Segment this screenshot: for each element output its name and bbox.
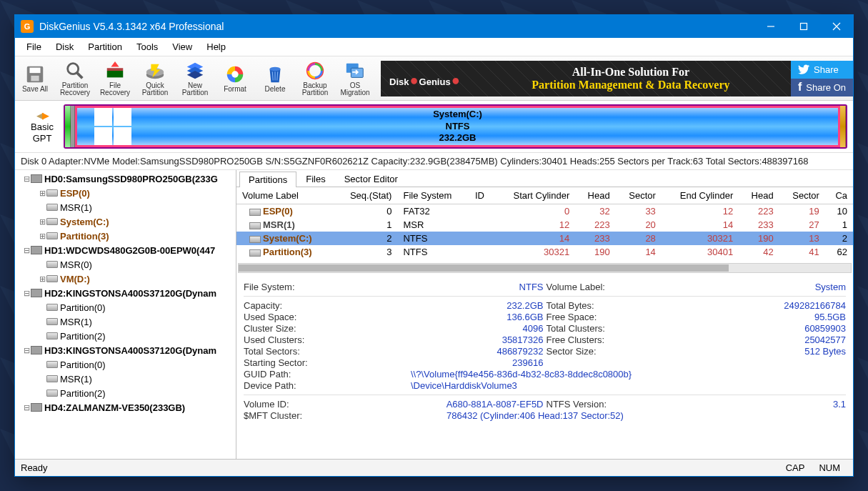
menu-tools[interactable]: Tools: [129, 39, 165, 54]
maximize-button[interactable]: [787, 15, 820, 38]
tree-item[interactable]: ⊟HD4:ZALMANZM-VE350(233GB): [15, 400, 236, 415]
disk-nav-control[interactable]: ◀▶ Basic GPT: [21, 109, 64, 144]
minimize-button[interactable]: [754, 15, 787, 38]
backup-icon: [304, 60, 326, 81]
app-icon: G: [21, 20, 34, 33]
os-migration-button[interactable]: OS Migration: [335, 58, 375, 99]
tree-item[interactable]: Partition(0): [15, 300, 236, 314]
tree-item[interactable]: Partition(0): [15, 357, 236, 372]
tree-item[interactable]: MSR(1): [15, 314, 236, 329]
partition-segment-system[interactable]: System(C:) NTFS 232.2GB: [75, 106, 840, 147]
tree-item[interactable]: Partition(2): [15, 329, 236, 343]
file-recovery-button[interactable]: File Recovery: [95, 58, 135, 99]
format-icon: [224, 64, 246, 85]
disk-map-row: ◀▶ Basic GPT System(C:) NTFS 232.2GB: [15, 101, 853, 153]
tab-sector-editor[interactable]: Sector Editor: [335, 171, 407, 187]
share-twitter-button[interactable]: Share: [791, 61, 853, 79]
menu-partition[interactable]: Partition: [81, 39, 129, 54]
windows-logo-icon: [94, 108, 131, 145]
tree-item[interactable]: ⊟HD1:WDCWDS480G2G0B-00EPW0(447: [15, 243, 236, 257]
banner-title: Disk●Genius●: [389, 67, 461, 90]
format-button[interactable]: Format: [215, 58, 255, 99]
table-row[interactable]: System(C:)2NTFS142332830321190132: [236, 232, 853, 245]
svg-rect-1: [801, 24, 807, 30]
new-partition-button[interactable]: New Partition: [175, 58, 215, 99]
menu-file[interactable]: File: [19, 39, 49, 54]
statusbar: Ready CAP NUM: [15, 459, 853, 476]
tree-item[interactable]: ⊞VM(D:): [15, 272, 236, 286]
tree-item[interactable]: ⊞Partition(3): [15, 229, 236, 243]
quick-partition-button[interactable]: Quick Partition: [135, 58, 175, 99]
promo-banner: Disk●Genius● All-In-One Solution For Par…: [381, 61, 792, 96]
tree-item[interactable]: ⊟HD3:KINGSTONSA400S37120G(Dynam: [15, 343, 236, 357]
twitter-icon: [798, 64, 809, 74]
tree-item[interactable]: MSR(1): [15, 200, 236, 214]
save-all-button[interactable]: Save All: [15, 58, 55, 99]
status-num: NUM: [812, 462, 847, 473]
disk-info-line: Disk 0 Adapter:NVMe Model:SamsungSSD980P…: [15, 153, 853, 170]
menubar: File Disk Partition Tools View Help: [15, 38, 853, 56]
window-title: DiskGenius V5.4.3.1342 x64 Professional: [39, 21, 754, 32]
share-facebook-button[interactable]: f Share On: [791, 79, 853, 96]
magnifier-icon: [64, 60, 86, 81]
horizontal-scrollbar[interactable]: [238, 263, 852, 273]
svg-point-22: [307, 62, 324, 79]
svg-point-7: [68, 63, 79, 74]
svg-point-18: [270, 66, 281, 71]
tree-item[interactable]: ⊟HD0:SamsungSSD980PRO250GB(233G: [15, 172, 236, 186]
partition-recovery-button[interactable]: Partition Recovery: [55, 58, 95, 99]
menu-help[interactable]: Help: [199, 39, 233, 54]
os-migration-icon: [344, 60, 366, 81]
status-cap: CAP: [779, 462, 812, 473]
app-window: G DiskGenius V5.4.3.1342 x64 Professiona…: [14, 14, 854, 477]
disk-map: System(C:) NTFS 232.2GB: [64, 104, 847, 149]
partition-details: File System:NTFS Volume Label:System Cap…: [236, 277, 853, 459]
svg-rect-5: [30, 67, 41, 73]
partition-segment-partition3[interactable]: [840, 106, 846, 147]
status-text: Ready: [21, 462, 48, 473]
tree-item[interactable]: MSR(0): [15, 257, 236, 272]
tab-partitions[interactable]: Partitions: [239, 172, 296, 187]
svg-rect-6: [31, 76, 39, 81]
partition-segment-esp[interactable]: [65, 106, 71, 147]
titlebar: G DiskGenius V5.4.3.1342 x64 Professiona…: [15, 15, 853, 38]
backup-partition-button[interactable]: Backup Partition: [295, 58, 335, 99]
tree-item[interactable]: MSR(1): [15, 372, 236, 386]
toolbar: Save All Partition Recovery File Recover…: [15, 56, 853, 101]
tree-item[interactable]: ⊞ESP(0): [15, 186, 236, 200]
partition-table[interactable]: Volume LabelSeq.(Stat)File SystemIDStart…: [236, 187, 853, 259]
disk-tree[interactable]: ⊟HD0:SamsungSSD980PRO250GB(233G⊞ESP(0)MS…: [15, 170, 236, 459]
tab-files[interactable]: Files: [296, 171, 334, 187]
table-row[interactable]: Partition(3)3NTFS303211901430401424162: [236, 245, 853, 259]
close-button[interactable]: [820, 15, 853, 38]
tree-item[interactable]: ⊞System(C:): [15, 214, 236, 229]
trash-icon: [264, 64, 286, 85]
menu-disk[interactable]: Disk: [49, 39, 81, 54]
quick-partition-icon: [144, 60, 166, 81]
new-partition-icon: [184, 60, 206, 81]
tree-item[interactable]: ⊟HD2:KINGSTONSA400S37120G(Dynam: [15, 286, 236, 300]
svg-rect-9: [107, 71, 124, 77]
svg-point-17: [231, 71, 238, 77]
svg-marker-11: [111, 61, 119, 66]
svg-rect-10: [107, 68, 124, 71]
facebook-icon: f: [798, 81, 802, 94]
tree-item[interactable]: Partition(2): [15, 386, 236, 400]
menu-view[interactable]: View: [165, 39, 199, 54]
detail-tabs: Partitions Files Sector Editor: [236, 170, 853, 187]
table-row[interactable]: MSR(1)1MSR122232014233271: [236, 218, 853, 232]
table-row[interactable]: ESP(0)0FAT3203233122231910: [236, 204, 853, 219]
nav-arrows-icon: ◀▶: [21, 109, 64, 121]
svg-line-8: [77, 72, 83, 78]
delete-button[interactable]: Delete: [255, 58, 295, 99]
save-icon: [24, 64, 46, 85]
recover-icon: [104, 60, 126, 81]
